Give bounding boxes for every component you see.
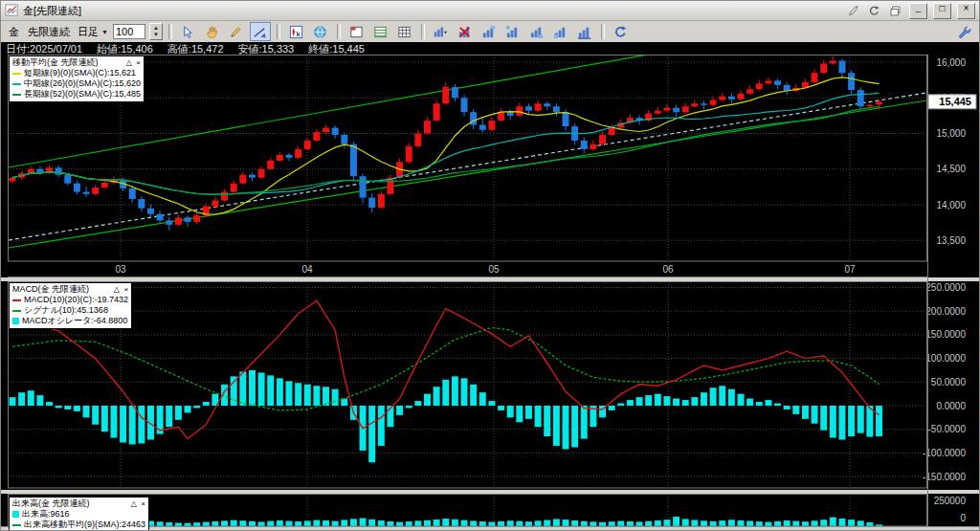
- symbol-label[interactable]: 金: [6, 25, 22, 39]
- close-button[interactable]: ×: [957, 3, 975, 19]
- svg-text:-50.0000: -50.0000: [928, 424, 967, 434]
- legend-item: 出来高移動平均(9)(SMA):24463: [12, 520, 145, 530]
- chart-layout-icon-4[interactable]: [550, 22, 571, 41]
- legend-item: 長期線(52)(0)(SMA)(C):15,485: [12, 89, 141, 100]
- svg-text:15,000: 15,000: [936, 128, 966, 139]
- toolbar: 金 先限連続 日足 ▼ ▲ ▼ k: [1, 21, 979, 42]
- svg-text:0.0000: 0.0000: [936, 401, 966, 411]
- title-bar: 金[先限連続] _ □ ×: [1, 1, 979, 21]
- legend-swatch: [12, 524, 21, 526]
- svg-text:13,500: 13,500: [936, 235, 966, 246]
- legend-item-label: 長期線(52)(0)(SMA)(C):15,485: [24, 89, 141, 100]
- legend-swatch: [12, 94, 21, 96]
- legend-item: シグナル(10):45.1368: [12, 305, 128, 316]
- window-title: 金[先限連続]: [23, 4, 81, 18]
- legend-item: 短期線(9)(0)(SMA)(C):15,621: [12, 68, 141, 78]
- svg-text:250.0000: 250.0000: [925, 282, 966, 293]
- timeframe-value: 日足: [78, 25, 99, 39]
- legend-collapse-icon[interactable]: △: [114, 285, 120, 294]
- chart-window: 金[先限連続] _ □ × 金 先限連続 日足 ▼ ▲ ▼: [0, 0, 980, 531]
- svg-text:14,500: 14,500: [936, 164, 966, 174]
- toolbar-separator: [337, 24, 341, 39]
- svg-text:04: 04: [301, 264, 313, 275]
- svg-text:07: 07: [844, 264, 856, 275]
- legend-item-label: MACD(10)(20)(C):-19.7432: [24, 295, 128, 305]
- refresh-icon[interactable]: [611, 22, 632, 41]
- new-chart-icon[interactable]: [346, 22, 368, 41]
- timeframe-dropdown[interactable]: 日足 ▼: [76, 25, 110, 39]
- svg-text:16,000: 16,000: [936, 57, 966, 68]
- minimize-button[interactable]: _: [909, 3, 927, 19]
- legend-item-label: 短期線(9)(0)(SMA)(C):15,621: [24, 68, 136, 78]
- legend-item: MACDオシレータ:-64.8800: [12, 316, 128, 326]
- chart-layout-icon-3[interactable]: [526, 22, 547, 41]
- svg-text:03: 03: [115, 264, 126, 275]
- chart-layout-icon-2[interactable]: [502, 22, 523, 41]
- candlestick-chart-icon[interactable]: k: [286, 22, 307, 41]
- contract-label[interactable]: 先限連続: [25, 25, 73, 39]
- chart-layout-icon-1[interactable]: [479, 22, 500, 41]
- bar-count-spinner[interactable]: ▲ ▼: [149, 23, 163, 40]
- ma-legend[interactable]: 移動平均(金 先限連続) △ × 短期線(9)(0)(SMA)(C):15,62…: [9, 55, 145, 102]
- trendline-tool-icon[interactable]: [250, 22, 271, 41]
- svg-text:14,000: 14,000: [936, 200, 966, 210]
- legend-item-label: 中期線(26)(0)(SMA)(C):15,620: [24, 78, 141, 89]
- spin-down-icon[interactable]: ▼: [150, 32, 162, 38]
- legend-item: 出来高:9616: [12, 509, 145, 520]
- chart-app-icon: [5, 4, 19, 17]
- legend-swatch: [12, 318, 19, 324]
- chart-layout-icon-5[interactable]: [574, 22, 595, 41]
- chart-canvas[interactable]: 16,00015,50015,00014,50014,00013,5000304…: [1, 55, 980, 531]
- legend-collapse-icon[interactable]: △: [126, 58, 132, 67]
- maximize-button[interactable]: □: [933, 3, 951, 19]
- legend-close-icon[interactable]: ×: [141, 499, 145, 508]
- toolbar-separator: [421, 24, 425, 39]
- legend-item-label: MACDオシレータ:-64.8800: [22, 316, 127, 326]
- svg-text:250000: 250000: [934, 496, 967, 506]
- legend-swatch: [12, 310, 21, 312]
- chart-area[interactable]: 16,00015,50015,00014,50014,00013,5000304…: [1, 55, 980, 531]
- svg-text:-100.0000: -100.0000: [923, 448, 966, 458]
- pencil-tool-icon[interactable]: [226, 22, 247, 41]
- chevron-down-icon: ▼: [101, 29, 108, 35]
- svg-text:05: 05: [488, 264, 500, 275]
- reload-icon[interactable]: [865, 3, 882, 18]
- legend-close-icon[interactable]: ×: [123, 285, 128, 294]
- spin-up-icon[interactable]: ▲: [150, 25, 162, 32]
- legend-item: MACD(10)(20)(C):-19.7432: [12, 295, 128, 305]
- select-tool-icon[interactable]: [178, 22, 199, 41]
- svg-text:100.0000: 100.0000: [925, 353, 966, 364]
- toolbar-separator: [168, 24, 172, 39]
- svg-text:150.0000: 150.0000: [925, 329, 966, 340]
- legend-item-label: 出来高移動平均(9)(SMA):24463: [24, 520, 145, 530]
- macd-legend[interactable]: MACD(金 先限連続) △ × MACD(10)(20)(C):-19.743…: [9, 282, 132, 329]
- indicator-chart-icon[interactable]: [431, 22, 452, 41]
- grid-icon[interactable]: [394, 22, 415, 41]
- data-table-icon[interactable]: [370, 22, 391, 41]
- price-info-bar: 日付:2025/07/01 始値:15,406 高値:15,472 安値:15,…: [1, 42, 979, 55]
- legend-swatch: [12, 83, 21, 85]
- toolbar-separator: [277, 24, 280, 39]
- cascade-windows-icon[interactable]: [886, 3, 903, 18]
- macd-legend-header: MACD(金 先限連続) △ ×: [12, 284, 128, 295]
- legend-swatch: [12, 73, 21, 75]
- legend-item: 中期線(26)(0)(SMA)(C):15,620: [12, 78, 141, 89]
- legend-item-label: シグナル(10):45.1368: [24, 305, 108, 316]
- hand-tool-icon[interactable]: [202, 22, 223, 41]
- legend-swatch: [12, 511, 19, 518]
- toolbar-separator: [601, 24, 605, 39]
- ma-legend-title: 移動平均(金 先限連続): [12, 57, 99, 68]
- legend-collapse-icon[interactable]: △: [131, 499, 137, 508]
- legend-close-icon[interactable]: ×: [136, 58, 141, 67]
- bar-count-input[interactable]: [113, 24, 145, 39]
- annotate-icon[interactable]: [844, 3, 861, 18]
- globe-icon[interactable]: [310, 22, 331, 41]
- svg-text:-150.0000: -150.0000: [923, 472, 966, 482]
- remove-indicator-icon[interactable]: [455, 22, 476, 41]
- wrench-icon[interactable]: [953, 22, 974, 41]
- macd-legend-title: MACD(金 先限連続): [12, 284, 89, 295]
- legend-item-label: 出来高:9616: [22, 509, 70, 520]
- svg-text:200.0000: 200.0000: [925, 306, 966, 317]
- volume-legend[interactable]: 出来高(金 先限連続) △ × 出来高:9616出来高移動平均(9)(SMA):…: [9, 497, 149, 531]
- legend-swatch: [12, 299, 21, 301]
